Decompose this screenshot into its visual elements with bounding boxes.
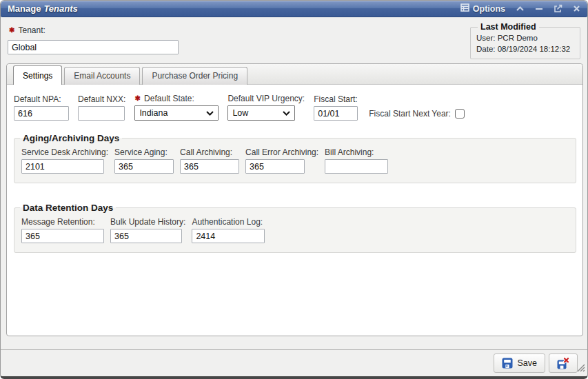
defaults-row: Default NPA: Default NXX: ✱ Default Stat…: [14, 94, 576, 121]
save-button-label: Save: [518, 358, 538, 368]
options-grid-icon: [460, 3, 469, 14]
settings-tab-content: Default NPA: Default NXX: ✱ Default Stat…: [7, 85, 582, 262]
call-error-archiving-field: Call Error Archiving:: [245, 147, 318, 174]
save-floppy-icon: [502, 358, 513, 369]
authentication-log-input[interactable]: [192, 229, 265, 243]
popout-icon[interactable]: [554, 4, 562, 13]
resize-grip[interactable]: [576, 362, 585, 375]
manage-tenants-window: ManageTenants Options: [0, 0, 588, 379]
titlebar-controls: Options: [460, 3, 580, 14]
tab-strip: Settings Email Accounts Purchase Order P…: [7, 64, 582, 85]
aging-archiving-legend: Aging/Archiving Days: [20, 133, 122, 143]
fiscal-start-next-year-label: Fiscal Start Next Year:: [369, 109, 451, 119]
bulk-update-history-input[interactable]: [110, 229, 182, 243]
window-title-emphasis: Tenants: [43, 3, 77, 14]
floppy-close-icon: [557, 358, 569, 369]
last-modified-box: Last Modified User: PCR Demo Date: 08/19…: [470, 22, 580, 59]
fiscal-start-field: Fiscal Start:: [314, 94, 358, 121]
required-asterisk: ✱: [9, 26, 14, 34]
last-modified-user: User: PCR Demo: [476, 32, 574, 43]
footer-bar: Save: [1, 349, 587, 376]
fiscal-start-next-year-field: Fiscal Start Next Year:: [369, 109, 465, 119]
chevron-down-icon: [206, 108, 214, 118]
aging-archiving-group: Aging/Archiving Days Service Desk Archiv…: [14, 133, 576, 183]
fiscal-start-input[interactable]: [314, 106, 358, 121]
bill-archiving-input[interactable]: [325, 159, 388, 174]
default-state-label: ✱ Default State:: [134, 94, 219, 103]
save-close-button[interactable]: [549, 354, 578, 373]
last-modified-date: Date: 08/19/2024 18:12:32: [476, 43, 574, 54]
default-nxx-input[interactable]: [78, 106, 125, 121]
tenant-label: ✱ Tenant:: [9, 25, 45, 35]
default-state-field: ✱ Default State: Indiana: [134, 94, 219, 121]
tab-email-accounts[interactable]: Email Accounts: [64, 67, 140, 85]
titlebar: ManageTenants Options: [1, 1, 587, 17]
window-title: ManageTenants: [8, 3, 78, 14]
minimize-icon[interactable]: [535, 6, 543, 12]
message-retention-field: Message Retention:: [21, 217, 104, 243]
default-nxx-label: Default NXX:: [78, 94, 125, 104]
tab-panel: Settings Email Accounts Purchase Order P…: [6, 63, 583, 336]
save-button[interactable]: Save: [494, 354, 546, 373]
default-vip-urgency-select[interactable]: Low: [227, 105, 295, 121]
default-vip-urgency-label: Default VIP Urgency:: [227, 94, 305, 103]
authentication-log-field: Authentication Log:: [192, 217, 265, 243]
last-modified-legend: Last Modified: [478, 22, 539, 32]
message-retention-input[interactable]: [21, 229, 104, 243]
fiscal-start-next-year-checkbox[interactable]: [455, 109, 465, 119]
call-error-archiving-input[interactable]: [245, 159, 305, 174]
close-icon[interactable]: [573, 5, 580, 12]
call-archiving-field: Call Archiving:: [180, 147, 239, 174]
data-retention-group: Data Retention Days Message Retention: B…: [14, 203, 576, 253]
service-desk-archiving-input[interactable]: [21, 159, 104, 174]
collapse-icon[interactable]: [516, 6, 525, 12]
tab-settings[interactable]: Settings: [13, 65, 62, 85]
default-nxx-field: Default NXX:: [78, 94, 125, 121]
bulk-update-history-field: Bulk Update History:: [110, 217, 185, 243]
window-title-prefix: Manage: [8, 3, 41, 14]
service-desk-archiving-field: Service Desk Archiving:: [21, 147, 108, 174]
data-retention-legend: Data Retention Days: [20, 203, 116, 213]
options-label: Options: [473, 4, 505, 14]
call-archiving-input[interactable]: [180, 159, 239, 174]
default-npa-input[interactable]: [14, 106, 69, 121]
default-vip-urgency-field: Default VIP Urgency: Low: [227, 94, 305, 121]
default-state-select[interactable]: Indiana: [134, 105, 219, 121]
default-npa-field: Default NPA:: [14, 94, 69, 121]
default-npa-label: Default NPA:: [14, 94, 69, 104]
required-asterisk: ✱: [134, 94, 140, 102]
options-button[interactable]: Options: [460, 3, 505, 14]
service-aging-field: Service Aging:: [114, 147, 174, 174]
service-aging-input[interactable]: [114, 159, 174, 174]
tenant-input[interactable]: [8, 40, 179, 54]
chevron-down-icon: [283, 108, 290, 118]
fiscal-start-label: Fiscal Start:: [314, 94, 358, 104]
tab-purchase-order-pricing[interactable]: Purchase Order Pricing: [142, 67, 247, 85]
bill-archiving-field: Bill Archiving:: [325, 147, 388, 174]
